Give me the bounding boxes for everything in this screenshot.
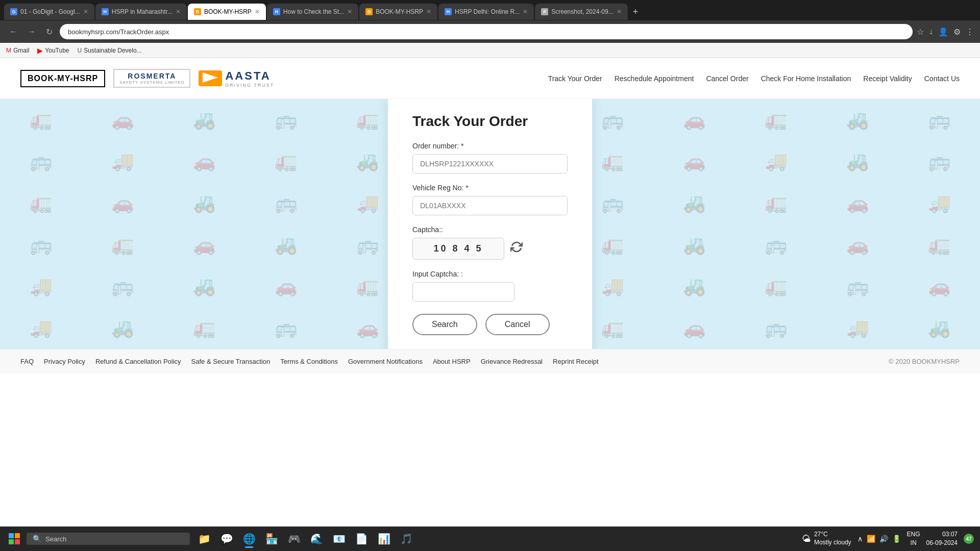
- tab-title-4: How to Check the St...: [283, 8, 344, 15]
- logo-aasta[interactable]: AASTA DRIVING TRUST: [199, 69, 274, 88]
- bg-car-64: 🚌: [245, 307, 327, 349]
- nav-contact[interactable]: Contact Us: [924, 74, 960, 83]
- main-content: 🚛 🚗 🚜 🚌 🚛 🚗 🚚 🚌 🚗 🚛 🚜 🚌 🚌 🚚 🚗 🚛 🚜 🚗 🚌 🚛 …: [0, 99, 980, 349]
- bookmark-icon[interactable]: ☆: [917, 27, 924, 37]
- bookmark-sustainable[interactable]: U Sustainable Develo...: [78, 47, 142, 54]
- footer-grievance[interactable]: Grievance Redressal: [481, 358, 543, 365]
- tab-6[interactable]: H HSRP Delhi: Online R... ✕: [438, 4, 534, 20]
- tab-close-2[interactable]: ✕: [176, 8, 181, 15]
- menu-icon[interactable]: ⋮: [966, 27, 974, 37]
- vehicle-reg-input[interactable]: [412, 196, 568, 215]
- docs-icon: 📄: [355, 533, 368, 545]
- captcha-display: 10 8 4 5: [412, 238, 568, 260]
- taskbar-mail[interactable]: 📧: [329, 529, 349, 549]
- tab-close-5[interactable]: ✕: [426, 8, 431, 15]
- bg-car-46: 🚌: [735, 224, 817, 266]
- footer-refund[interactable]: Refund & Cancellation Policy: [95, 358, 181, 365]
- taskbar-right: 🌤 27°C Mostly cloudy ∧ 📶 🔊 🔋 ENGIN 03:07…: [802, 530, 974, 547]
- taskbar-chrome[interactable]: 🌐: [239, 529, 259, 549]
- clock[interactable]: 03:07 06-09-2024: [926, 530, 958, 547]
- bg-car-58: 🚛: [735, 266, 817, 308]
- extensions-icon[interactable]: ⚙: [953, 27, 961, 37]
- nav-receipt-validity[interactable]: Receipt Validity: [863, 74, 912, 83]
- footer-about[interactable]: About HSRP: [433, 358, 471, 365]
- weather-icon: 🌤: [802, 534, 811, 544]
- tab-3[interactable]: B BOOK-MY-HSRP ✕: [188, 4, 266, 20]
- footer-terms[interactable]: Terms & Conditions: [280, 358, 338, 365]
- taskbar-app-3[interactable]: 🎮: [284, 529, 304, 549]
- tab-5[interactable]: B BOOK-MY-HSRP ✕: [359, 4, 437, 20]
- tab-title-2: HSRP in Maharashtr...: [112, 8, 173, 15]
- footer-privacy[interactable]: Privacy Policy: [44, 358, 85, 365]
- gmail-icon: M: [6, 47, 11, 54]
- order-number-label: Order number: *: [412, 142, 568, 150]
- notification-badge[interactable]: 47: [964, 534, 974, 544]
- logo-book-my-hsrp[interactable]: BOOK-MY-HSRP: [20, 70, 105, 87]
- tab-favicon-1: G: [10, 8, 17, 15]
- taskbar-chat[interactable]: 💬: [216, 529, 237, 549]
- bg-car-40: 🚜: [245, 224, 327, 266]
- reload-button[interactable]: ↻: [43, 26, 56, 38]
- order-number-input[interactable]: [412, 154, 568, 173]
- download-icon[interactable]: ↓: [929, 27, 933, 36]
- taskbar-search-bar[interactable]: 🔍 Search: [27, 533, 190, 545]
- bg-car-60: 🚗: [898, 266, 980, 308]
- taskbar-app-5[interactable]: 📊: [374, 529, 394, 549]
- taskbar-app-6[interactable]: 🎵: [396, 529, 416, 549]
- nav-reschedule[interactable]: Reschedule Appointment: [615, 74, 694, 83]
- network-icon[interactable]: 📶: [867, 535, 875, 543]
- bg-car-14: 🚚: [82, 141, 163, 183]
- tab-title-6: HSRP Delhi: Online R...: [455, 8, 520, 15]
- language-indicator[interactable]: ENGIN: [907, 530, 920, 547]
- chevron-up-icon[interactable]: ∧: [857, 535, 863, 543]
- bookmark-youtube[interactable]: ▶ YouTube: [37, 46, 69, 55]
- forward-button[interactable]: →: [24, 26, 39, 37]
- cancel-button[interactable]: Cancel: [485, 314, 550, 335]
- footer-govt[interactable]: Government Notifications: [348, 358, 423, 365]
- taskbar-edge[interactable]: 🌊: [306, 529, 327, 549]
- bg-car-11: 🚜: [817, 99, 898, 141]
- captcha-refresh-button[interactable]: [510, 241, 523, 256]
- vehicle-reg-group: Vehicle Reg No: *: [412, 184, 568, 215]
- bg-car-35: 🚗: [817, 182, 898, 224]
- taskbar-app-2[interactable]: 🏪: [261, 529, 282, 549]
- footer-secure[interactable]: Safe & Secure Transaction: [191, 358, 271, 365]
- tab-close-7[interactable]: ✕: [617, 8, 622, 15]
- footer-reprint[interactable]: Reprint Receipt: [553, 358, 599, 365]
- tab-close-3[interactable]: ✕: [255, 8, 260, 15]
- tab-close-6[interactable]: ✕: [523, 8, 528, 15]
- nav-track-order[interactable]: Track Your Order: [548, 74, 602, 83]
- volume-icon[interactable]: 🔊: [879, 535, 888, 543]
- bg-car-1: 🚛: [0, 99, 82, 141]
- tab-favicon-6: H: [445, 8, 452, 15]
- tab-favicon-4: H: [273, 8, 280, 15]
- input-captcha-input[interactable]: [412, 282, 514, 302]
- search-button[interactable]: Search: [412, 314, 477, 335]
- back-button[interactable]: ←: [6, 26, 20, 37]
- weather-widget[interactable]: 🌤 27°C Mostly cloudy: [802, 531, 851, 546]
- new-tab-button[interactable]: +: [629, 7, 643, 17]
- taskbar-file-explorer[interactable]: 📁: [194, 529, 214, 549]
- bookmark-gmail[interactable]: M Gmail: [6, 47, 29, 54]
- profile-icon[interactable]: 👤: [938, 27, 948, 37]
- edge-icon: 🌊: [310, 533, 323, 545]
- start-button[interactable]: [6, 531, 22, 547]
- tab-title-3: BOOK-MY-HSRP: [204, 8, 252, 15]
- bg-car-23: 🚜: [817, 141, 898, 183]
- logo-rosmerta[interactable]: ROSMERTA SAFETY SYSTEMS LIMITED: [113, 69, 190, 88]
- nav-cancel-order[interactable]: Cancel Order: [706, 74, 748, 83]
- tab-close-1[interactable]: ✕: [83, 8, 88, 15]
- tab-1[interactable]: G 01 - GoDigit - Googl... ✕: [4, 4, 94, 20]
- tab-close-4[interactable]: ✕: [347, 8, 352, 15]
- nav-home-install[interactable]: Check For Home Installation: [761, 74, 851, 83]
- bg-car-50: 🚌: [82, 266, 163, 308]
- tab-2[interactable]: H HSRP in Maharashtr... ✕: [95, 4, 187, 20]
- footer-faq[interactable]: FAQ: [20, 358, 34, 365]
- tab-7[interactable]: P Screenshot, 2024-09... ✕: [535, 4, 627, 20]
- battery-icon[interactable]: 🔋: [892, 535, 901, 543]
- tab-4[interactable]: H How to Check the St... ✕: [267, 4, 358, 20]
- address-bar[interactable]: bookmyhsrp.com/TrackOrder.aspx: [60, 24, 913, 39]
- footer-links: FAQ Privacy Policy Refund & Cancellation…: [20, 358, 599, 365]
- taskbar-app-4[interactable]: 📄: [351, 529, 372, 549]
- taskbar: 🔍 Search 📁 💬 🌐 🏪 🎮 🌊 📧 📄 📊: [0, 527, 980, 551]
